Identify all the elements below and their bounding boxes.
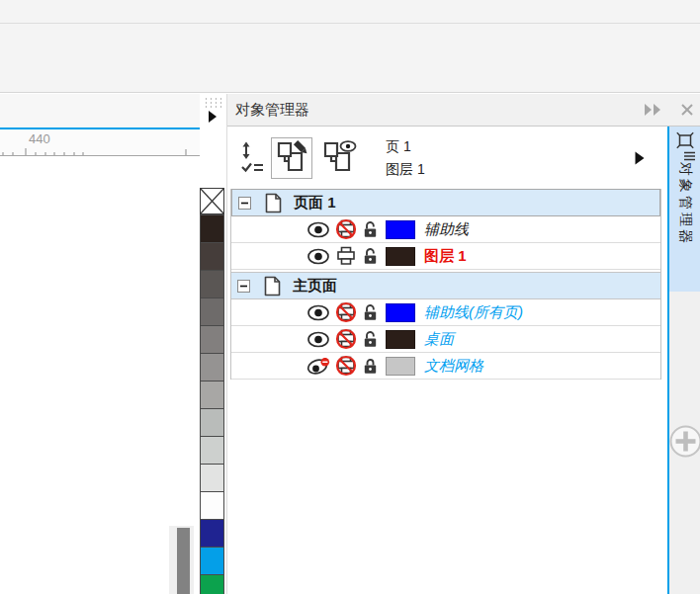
print-disabled-icon[interactable] [335,328,357,350]
property-bar-area [0,94,200,127]
layer-row-guides-all[interactable]: 辅助线(所有页) [231,299,660,326]
layer-color-swatch[interactable] [386,303,415,322]
page-icon [263,276,282,297]
palette-swatch[interactable] [200,491,224,520]
layer-label[interactable]: 桌面 [424,330,454,349]
color-palette [200,94,226,594]
lock-open-icon[interactable] [363,220,378,238]
lock-open-icon[interactable] [363,247,378,265]
section-label: 主页面 [293,277,337,296]
print-enabled-icon[interactable] [335,245,357,267]
current-layer-indicator: 图层 1 [386,161,425,179]
flyout-arrow-icon[interactable] [635,151,645,165]
current-page-indicator: 页 1 [386,138,411,156]
palette-grip[interactable] [204,97,222,108]
layer-label[interactable]: 辅助线 [424,220,469,239]
collapse-minus-icon[interactable] [238,197,251,210]
palette-swatch[interactable] [200,242,224,271]
docker-tab-label: 对象管理器 [676,162,694,246]
layer-row-guides[interactable]: 辅助线 [231,216,660,243]
docker-title: 对象管理器 [235,101,309,120]
layer-color-swatch[interactable] [386,247,415,266]
layer-color-swatch[interactable] [386,220,415,239]
palette-swatch[interactable] [200,547,224,575]
collapse-docker-icon[interactable] [644,104,663,116]
palette-swatch[interactable] [200,464,224,492]
ruler-ticks [0,146,200,155]
ruler-value: 440 [29,131,50,146]
section-row-master[interactable]: 主页面 [231,272,660,299]
palette-expand-arrow-icon[interactable] [208,110,218,124]
active-layer-label[interactable]: 图层 1 [424,247,467,266]
print-disabled-icon[interactable] [335,218,357,240]
layer-tree: 页面 1 [230,189,661,380]
print-disabled-icon[interactable] [335,301,357,323]
palette-swatch[interactable] [200,574,224,594]
layer-color-swatch[interactable] [386,357,415,376]
docker-tab-strip: 对象管理器 [667,127,700,594]
docker-pin-icon[interactable] [675,131,697,161]
palette-swatch[interactable] [200,353,224,382]
collapse-minus-icon[interactable] [237,280,250,293]
close-docker-icon[interactable] [680,103,694,117]
palette-swatch[interactable] [200,270,224,298]
visibility-partial-eye-icon[interactable] [306,358,330,375]
docker-header: 对象管理器 [227,94,700,127]
palette-swatch[interactable] [200,519,224,548]
lock-closed-icon[interactable] [363,357,378,375]
section-label: 页面 1 [294,194,336,212]
layer-row-document-grid[interactable]: 文档网格 [231,353,660,380]
page-icon [264,193,283,213]
visibility-eye-icon[interactable] [306,304,330,321]
layer-color-swatch[interactable] [386,330,415,349]
horizontal-ruler: 440 [0,129,200,156]
canvas-gray-bar [177,528,190,594]
docker-toolbar: 页 1 图层 1 [227,127,666,188]
app-toolbar-band [0,24,700,93]
layer-row-desktop[interactable]: 桌面 [231,326,660,353]
layer-label[interactable]: 辅助线(所有页) [424,303,523,322]
app-top-band [0,0,700,24]
add-docker-button[interactable] [669,425,700,458]
lock-open-icon[interactable] [363,303,378,321]
object-manager-docker: 对象管理器 [226,94,700,594]
palette-swatch-stack [200,215,224,594]
layer-manager-view-button[interactable] [318,137,360,179]
show-object-properties-button[interactable] [239,141,265,175]
palette-swatch[interactable] [200,381,224,409]
print-disabled-icon[interactable] [335,355,357,377]
palette-swatch[interactable] [200,408,224,437]
palette-swatch[interactable] [200,214,224,243]
layer-label[interactable]: 文档网格 [424,357,483,376]
docker-tab-object-manager[interactable]: 对象管理器 [669,127,700,292]
layer-row-layer1[interactable]: 图层 1 [231,243,660,270]
edit-across-layers-button[interactable] [271,137,312,179]
lock-open-icon[interactable] [363,330,378,348]
section-row-page1[interactable]: 页面 1 [231,189,660,216]
palette-swatch[interactable] [200,325,224,354]
palette-swatch[interactable] [200,297,224,326]
palette-swatch[interactable] [200,436,224,465]
visibility-eye-icon[interactable] [306,221,330,238]
visibility-eye-icon[interactable] [306,331,330,348]
visibility-eye-icon[interactable] [306,248,330,265]
no-color-swatch[interactable] [200,188,224,214]
